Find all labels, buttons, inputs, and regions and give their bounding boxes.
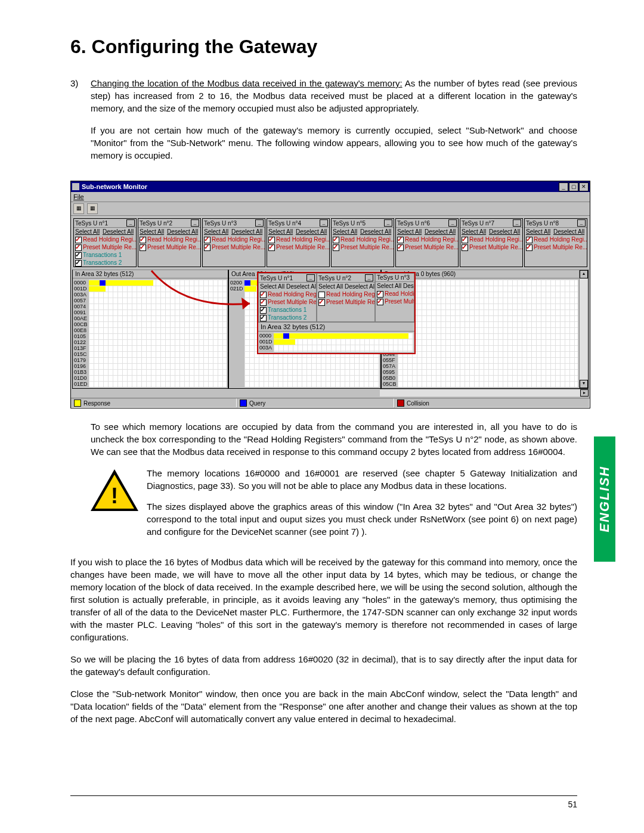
toolbar-button-2[interactable]: ▦	[87, 203, 98, 214]
address-label: 0074	[74, 304, 88, 309]
select-all-link: Select All	[397, 228, 422, 235]
address-label: 003A	[259, 345, 273, 351]
section-title: 6. Configuring the Gateway	[70, 36, 577, 58]
minimize-icon[interactable]: _	[365, 274, 373, 281]
node-item: Read Holding Regi...	[469, 236, 522, 243]
address-label: 015C	[74, 351, 88, 357]
node-transaction: Transactions 2	[83, 259, 122, 266]
inset-node-2-title: TeSys U n°2	[318, 275, 365, 281]
checkbox-icon[interactable]	[397, 237, 404, 243]
node-item: Preset Multiple Re...	[340, 244, 394, 250]
select-all-link: Select All	[268, 228, 293, 235]
checkbox-icon[interactable]	[75, 244, 82, 251]
checkbox-icon[interactable]	[333, 244, 339, 251]
maximize-button[interactable]: ▢	[569, 182, 578, 191]
menubar[interactable]: File	[71, 192, 590, 202]
checkbox-icon[interactable]	[140, 244, 146, 251]
checkbox-icon[interactable]	[526, 237, 532, 243]
inset-preset-multiple: Preset Multiple Re...	[326, 299, 374, 305]
scroll-right-button[interactable]: ▸	[580, 389, 589, 397]
minimize-icon[interactable]: _	[513, 219, 521, 227]
address-label: 0122	[74, 339, 88, 345]
checkbox-icon[interactable]	[75, 237, 82, 243]
inset-read-holding: Read Holding Regi...	[326, 291, 374, 298]
checkbox-icon[interactable]	[318, 292, 325, 298]
red-arrow-icon	[148, 268, 262, 315]
page-number: 51	[568, 800, 577, 809]
toolbar-button-1[interactable]: ▦	[73, 203, 84, 214]
checkbox-icon[interactable]	[204, 237, 210, 243]
checkbox-icon[interactable]	[526, 244, 532, 251]
checkbox-icon[interactable]	[204, 244, 210, 251]
status-response: Response	[83, 400, 110, 407]
checkbox-icon[interactable]	[140, 237, 146, 243]
checkbox-icon[interactable]	[377, 291, 383, 298]
scroll-down-button[interactable]: ▾	[580, 380, 588, 388]
checkbox-icon[interactable]	[333, 237, 339, 243]
minimize-icon[interactable]: _	[255, 219, 264, 227]
select-all-link: Select All	[140, 228, 164, 235]
address-label: 0000	[74, 280, 88, 286]
address-label: 003A	[74, 292, 88, 298]
address-label: 0595	[383, 369, 397, 375]
minimize-icon[interactable]: _	[384, 219, 392, 227]
address-label: 0091	[74, 309, 88, 315]
node-transaction: Transactions 1	[83, 252, 122, 258]
inset-read-holding: Read Holding Regi...	[268, 291, 316, 298]
select-all-link: Select All	[462, 228, 486, 235]
minimize-icon[interactable]: _	[448, 219, 457, 227]
deselect-all-link: Deselect All	[553, 228, 584, 235]
checkbox-icon[interactable]	[377, 299, 383, 305]
step-lead: Changing the location of the Modbus data…	[91, 78, 402, 88]
checkbox-icon[interactable]	[268, 237, 275, 243]
menu-file[interactable]: File	[73, 193, 84, 200]
close-button[interactable]: ✕	[579, 182, 589, 191]
minimize-icon[interactable]: _	[126, 219, 135, 227]
minimize-icon[interactable]: _	[577, 219, 586, 227]
inset-node-2-links[interactable]: Select All Deselect All	[317, 283, 374, 290]
vertical-scrollbar[interactable]: ▴ ▾	[579, 270, 588, 388]
inset-node-3-title: TeSys U n°3	[377, 274, 413, 281]
horizontal-scrollbar[interactable]: ▸	[380, 389, 589, 397]
checkbox-icon[interactable]	[260, 315, 267, 321]
address-label: 00CB	[74, 321, 88, 327]
node-title: TeSys U n°7	[462, 220, 513, 227]
deselect-all-link: Deselect All	[360, 228, 391, 235]
deselect-all-link: Deselect All	[296, 228, 327, 235]
node-item: Preset Multiple Re...	[276, 244, 329, 250]
subnetwork-monitor-window: Sub-network Monitor _ ▢ ✕ File ▦ ▦ TeSys…	[70, 181, 590, 408]
highlight-inset: TeSys U n°1_ Select All Deselect All Rea…	[257, 272, 416, 354]
checkbox-icon[interactable]	[75, 252, 82, 259]
address-label: 055F	[383, 357, 397, 363]
deselect-all-link: Deselect All	[425, 228, 456, 235]
minimize-icon[interactable]: _	[320, 219, 328, 227]
address-label: 05CB	[383, 381, 397, 387]
address-label: 01B3	[74, 369, 88, 375]
inset-node-1-links[interactable]: Select All Deselect All	[259, 283, 316, 290]
checkbox-icon[interactable]	[268, 244, 275, 251]
status-collision: Collision	[407, 400, 429, 407]
select-all-link: Select All	[333, 228, 357, 235]
node-title: TeSys U n°8	[526, 220, 577, 227]
address-label: 0179	[74, 357, 88, 363]
node-title: TeSys U n°1	[75, 220, 126, 227]
minimize-icon[interactable]: _	[306, 274, 315, 281]
checkbox-icon[interactable]	[462, 237, 468, 243]
checkbox-icon[interactable]	[318, 299, 325, 306]
checkbox-icon[interactable]	[75, 260, 82, 267]
inset-read-holding: Read Holdin	[385, 290, 414, 297]
address-label: 0196	[74, 363, 88, 369]
node-title: TeSys U n°4	[268, 220, 320, 227]
scroll-up-button[interactable]: ▴	[580, 270, 588, 278]
swatch-response	[74, 400, 81, 407]
address-label: 00E8	[74, 327, 88, 333]
address-label: 05B0	[383, 375, 397, 381]
address-label: 001D	[74, 286, 88, 292]
minimize-icon[interactable]: _	[191, 219, 199, 227]
address-label: 0057	[74, 298, 88, 304]
warning-text-2: The sizes displayed above the graphics a…	[147, 500, 577, 538]
checkbox-icon[interactable]	[397, 244, 404, 251]
inset-node-3-links[interactable]: Select All Dese	[376, 282, 414, 290]
checkbox-icon[interactable]	[462, 244, 468, 251]
minimize-button[interactable]: _	[559, 182, 568, 191]
